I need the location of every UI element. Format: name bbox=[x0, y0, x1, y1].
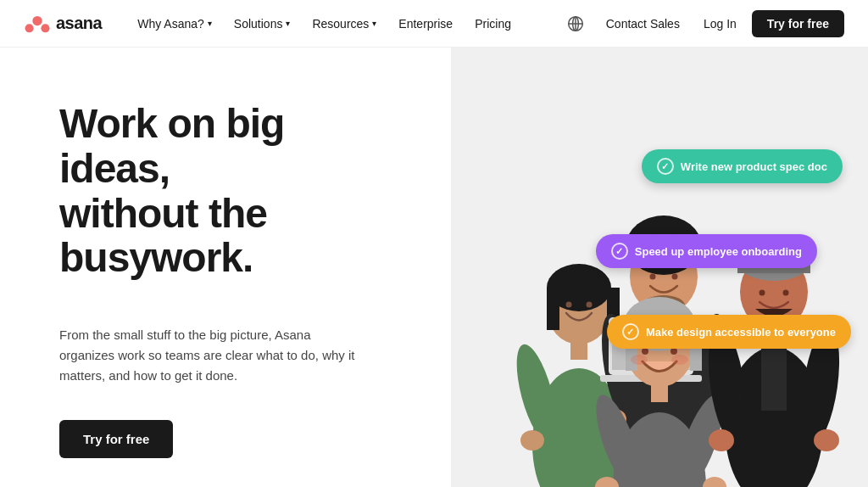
contact-sales-link[interactable]: Contact Sales bbox=[598, 12, 688, 36]
nav-enterprise[interactable]: Enterprise bbox=[390, 12, 461, 36]
nav-resources[interactable]: Resources ▾ bbox=[303, 12, 385, 36]
svg-point-50 bbox=[671, 355, 688, 365]
navbar: asana Why Asana? ▾ Solutions ▾ Resources… bbox=[0, 0, 868, 48]
svg-point-64 bbox=[760, 290, 765, 296]
svg-point-65 bbox=[783, 290, 789, 296]
svg-point-49 bbox=[631, 355, 648, 365]
hero-left: Work on big ideas, without the busywork.… bbox=[0, 48, 451, 487]
svg-point-2 bbox=[41, 24, 49, 32]
svg-point-47 bbox=[642, 348, 648, 355]
asana-logo-icon bbox=[24, 14, 51, 33]
nav-pricing[interactable]: Pricing bbox=[466, 12, 520, 36]
svg-point-68 bbox=[709, 429, 734, 451]
hero-headline: Work on big ideas, without the busywork. bbox=[59, 102, 400, 281]
try-for-free-button-hero[interactable]: Try for free bbox=[59, 420, 173, 458]
svg-point-0 bbox=[32, 15, 42, 25]
chevron-down-icon: ▾ bbox=[372, 19, 376, 28]
task-chip-3: ✓ Make design accessible to everyone bbox=[607, 315, 851, 349]
nav-solutions[interactable]: Solutions ▾ bbox=[225, 12, 299, 36]
svg-point-69 bbox=[814, 429, 839, 451]
hero-section: Work on big ideas, without the busywork.… bbox=[0, 48, 868, 487]
log-in-link[interactable]: Log In bbox=[695, 12, 745, 36]
language-button[interactable] bbox=[560, 8, 591, 39]
task-chip-1: ✓ Write new product spec doc bbox=[642, 149, 843, 183]
hero-right: ✓ Write new product spec doc ✓ Speed up … bbox=[451, 48, 868, 487]
svg-point-14 bbox=[587, 302, 593, 308]
chevron-down-icon: ▾ bbox=[208, 19, 212, 28]
try-for-free-button-nav[interactable]: Try for free bbox=[752, 10, 844, 37]
hero-body-text: From the small stuff to the big picture,… bbox=[59, 325, 364, 386]
logo-link[interactable]: asana bbox=[24, 14, 102, 33]
check-icon-2: ✓ bbox=[611, 243, 628, 260]
chevron-down-icon: ▾ bbox=[286, 19, 290, 28]
nav-links: Why Asana? ▾ Solutions ▾ Resources ▾ Ent… bbox=[129, 12, 560, 36]
svg-rect-58 bbox=[761, 343, 787, 411]
logo-text: asana bbox=[56, 14, 102, 33]
globe-icon bbox=[567, 15, 584, 32]
svg-point-31 bbox=[672, 274, 678, 280]
nav-why-asana[interactable]: Why Asana? ▾ bbox=[129, 12, 220, 36]
svg-point-17 bbox=[520, 430, 544, 451]
task-chip-2: ✓ Speed up employee onboarding bbox=[596, 234, 817, 268]
svg-point-1 bbox=[25, 24, 34, 32]
svg-point-48 bbox=[670, 348, 677, 355]
nav-right: Contact Sales Log In Try for free bbox=[560, 8, 844, 39]
svg-point-30 bbox=[650, 274, 656, 280]
svg-point-54 bbox=[703, 477, 726, 487]
check-icon-1: ✓ bbox=[657, 158, 674, 175]
svg-rect-11 bbox=[547, 288, 559, 330]
check-icon-3: ✓ bbox=[622, 323, 639, 340]
svg-point-13 bbox=[566, 302, 572, 308]
